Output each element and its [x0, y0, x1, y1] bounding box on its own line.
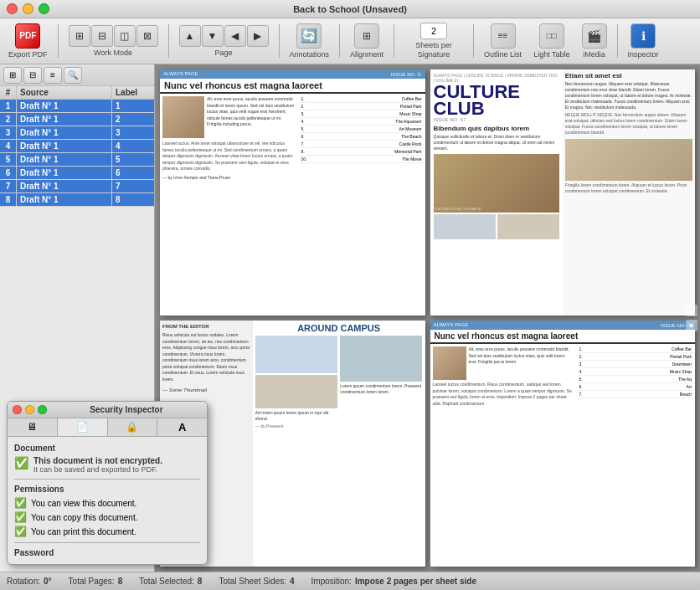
list-item-num: 4. — [301, 119, 305, 124]
row-source: Draft N° 1 — [17, 140, 112, 152]
list-item-num: 4. — [579, 369, 583, 374]
security-inspector-panel: Security Inspector 🖥 📄 🔒 A Document ✅ Th… — [7, 401, 208, 565]
left-tool-3[interactable]: ≡ — [44, 67, 62, 84]
p3-byline: — du Praesent — [255, 423, 337, 428]
table-row[interactable]: 5 Draft N° 1 5 — [0, 153, 154, 167]
list-item-label: Portail Park — [400, 104, 422, 109]
page-label: Page — [215, 49, 233, 58]
table-row[interactable]: 6 Draft N° 1 6 — [0, 167, 154, 180]
light-table-button[interactable]: □□ Light Table — [528, 21, 574, 62]
left-tool-zoom[interactable]: 🔍 — [64, 67, 82, 84]
col-num: # — [0, 86, 17, 99]
cc-body: Quisque sollicitudin et labore et. Dram … — [434, 134, 559, 151]
left-tool-2[interactable]: ⊟ — [23, 67, 42, 84]
table-row[interactable]: 1 Draft N° 1 1 — [0, 100, 154, 113]
pages-table-rows: 1 Draft N° 1 1 2 Draft N° 1 2 3 Draft N°… — [0, 100, 154, 207]
p3-signature: — Some Thumbnail — [162, 387, 250, 394]
imedia-button[interactable]: 🎬 iMedia — [577, 21, 612, 62]
row-label: 5 — [112, 153, 154, 166]
inspector-icon: ℹ — [631, 23, 656, 49]
list-item-label: The Aquarium — [395, 119, 421, 124]
list-item-num: 2. — [301, 104, 305, 109]
sp-close-button[interactable] — [13, 405, 22, 414]
sp-tab-security[interactable]: 🔒 — [108, 418, 158, 436]
table-row[interactable]: 7 Draft N° 1 7 — [0, 180, 154, 193]
p1-body: Alt, eros eros purus, iaculis posuere co… — [160, 94, 298, 313]
table-row[interactable]: 2 Draft N° 1 2 — [0, 113, 154, 126]
list-item-num: 1. — [579, 346, 583, 351]
perm-text: You can print this document. — [31, 527, 136, 536]
list-item: 3.Downtown — [578, 361, 693, 368]
list-item: 4.The Aquarium — [300, 118, 424, 126]
sheets-per-signature-input[interactable] — [420, 23, 447, 39]
imedia-label: iMedia — [583, 50, 605, 59]
canvas-scroll-arrows: ▲ ▼ — [686, 305, 697, 331]
sp-max-button[interactable] — [38, 405, 47, 414]
col-source: Source — [17, 86, 112, 99]
work-mode-icon-3[interactable]: ◫ — [114, 25, 136, 47]
cc-photo-2 — [497, 214, 559, 239]
row-label: 6 — [112, 167, 154, 179]
list-item-num: 6. — [579, 384, 583, 389]
minimize-button[interactable] — [23, 3, 33, 14]
page-button[interactable]: ▲ ▼ ◀ ▶ Page — [174, 23, 274, 60]
inspector-label: Inspector — [628, 50, 659, 59]
security-inspector-titlebar: Security Inspector — [8, 402, 207, 418]
light-table-icon: □□ — [539, 23, 564, 49]
list-item-label: Art Museum — [399, 126, 422, 131]
sp-min-button[interactable] — [25, 405, 34, 414]
alignment-button[interactable]: ⊞ Alignment — [345, 21, 389, 62]
permission-item: ✅You can copy this document. — [14, 511, 200, 523]
export-pdf-label: Export PDF — [8, 50, 48, 59]
outline-list-button[interactable]: ≡≡ Outline List — [479, 21, 527, 62]
canvas-area[interactable]: ALWAYS PAGE ISSUE NO. ① Nunc vel rhoncus… — [155, 64, 700, 572]
table-row[interactable]: 4 Draft N° 1 4 — [0, 140, 154, 153]
list-item-num: 2. — [579, 354, 583, 359]
sp-tab-font[interactable]: A — [157, 418, 207, 436]
p3-img-1 — [255, 336, 337, 373]
work-mode-icon-4[interactable]: ⊠ — [136, 25, 158, 47]
page-down-icon[interactable]: ▼ — [202, 25, 224, 47]
cc-img-caption: CULTURE CLUB / VOLUME III — [435, 207, 481, 211]
document-tab-icon: 📄 — [76, 421, 89, 433]
work-mode-icon-2[interactable]: ⊟ — [91, 25, 113, 47]
sheets-per-signature-button[interactable]: Sheets per Signature — [399, 20, 468, 62]
page-up-icon[interactable]: ▲ — [179, 25, 201, 47]
page-spread-2: ALWAYS PAGE | LEISURE SCIENCE | SPRING S… — [430, 69, 696, 316]
left-tool-1[interactable]: ⊞ — [3, 67, 22, 84]
security-inspector-body: Document ✅ This document is not encrypte… — [8, 437, 207, 564]
sp-tab-display[interactable]: 🖥 — [8, 418, 58, 436]
outline-list-icon: ≡≡ — [491, 23, 516, 49]
work-mode-button[interactable]: ⊞ ⊟ ◫ ⊠ Work Mode — [64, 23, 163, 60]
work-mode-icon-1[interactable]: ⊞ — [69, 25, 90, 47]
sp-password-section: Password — [14, 548, 200, 557]
inspector-button[interactable]: ℹ Inspector — [623, 21, 664, 62]
sb-total-pages-label: Total Pages: — [69, 577, 115, 586]
sp-tab-document[interactable]: 📄 — [58, 418, 108, 436]
sp-divider-2 — [14, 542, 200, 543]
scroll-down-arrow[interactable]: ▼ — [686, 320, 697, 331]
cc-right-image — [565, 139, 692, 181]
close-button[interactable] — [7, 3, 18, 14]
maximize-button[interactable] — [39, 3, 49, 14]
annotations-button[interactable]: 🔄 Annotations — [285, 21, 335, 62]
list-item-num: 7. — [301, 141, 305, 146]
sb-total-selected-value: 8 — [198, 577, 203, 586]
list-item-num: 8. — [301, 149, 305, 154]
page-next-icon[interactable]: ▶ — [247, 25, 269, 47]
table-row[interactable]: 8 Draft N° 1 8 — [0, 193, 154, 207]
export-pdf-button[interactable]: PDF Export PDF — [3, 21, 53, 62]
cc-right-body3: Fringilla lorem condimentum lorem. Aliqu… — [565, 182, 692, 194]
list-item-label: Coffee Bar — [402, 96, 422, 101]
row-label: 4 — [112, 140, 154, 152]
sp-check-icon: ✅ — [14, 456, 28, 469]
scroll-up-arrow[interactable]: ▲ — [686, 305, 697, 316]
list-item: 1.Coffee Bar — [578, 346, 693, 353]
page-prev-icon[interactable]: ◀ — [224, 25, 246, 47]
table-row[interactable]: 3 Draft N° 1 3 — [0, 126, 154, 140]
sb-total-pages: Total Pages: 8 — [69, 577, 123, 586]
p4-body: Alt, eros eros purus, iaculis posuere co… — [430, 344, 576, 565]
window-controls — [7, 3, 49, 14]
list-item: 6.Art — [578, 383, 693, 391]
p1-header-left: ALWAYS PAGE — [163, 71, 198, 77]
